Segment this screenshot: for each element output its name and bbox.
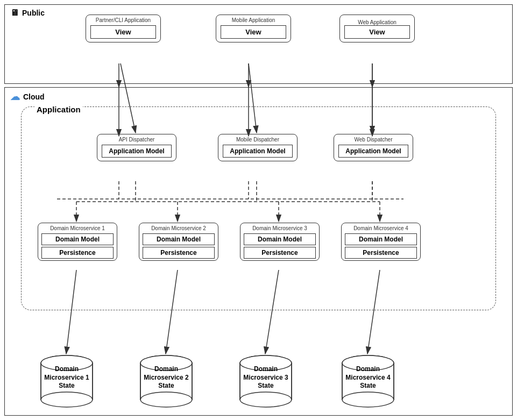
web-app-title2: Web Application	[340, 17, 414, 26]
mobile-app-box: Mobile Application View	[216, 15, 291, 42]
ms1-persistence: Persistence	[41, 247, 114, 259]
public-icon: 🖥	[10, 8, 19, 18]
cloud-zone-label: ☁ Cloud	[10, 91, 45, 103]
mobile-dispatcher-box: Mobile Dispatcher Application Model	[218, 134, 298, 161]
db1-cylinder: Domain Microservice 1 State	[37, 353, 96, 410]
mobile-app-title: Mobile Application	[216, 15, 291, 24]
svg-point-10	[140, 392, 192, 407]
web-dispatcher-model: Application Model	[338, 145, 408, 158]
public-label-text: Public	[22, 9, 45, 17]
public-zone: 🖥 Public Partner/CLI Application View Mo…	[4, 4, 513, 84]
ms2-title: Domain Microservice 2	[139, 223, 218, 232]
ms3-persistence: Persistence	[244, 247, 316, 259]
mobile-app-view: View	[221, 25, 286, 39]
svg-point-16	[240, 392, 292, 407]
diagram-container: 🖥 Public Partner/CLI Application View Mo…	[0, 0, 517, 420]
ms1-title: Domain Microservice 1	[38, 223, 117, 232]
api-dispatcher-box: API Dispatcher Application Model	[97, 134, 176, 161]
mobile-dispatcher-title: Mobile Dispatcher	[218, 134, 297, 144]
ms3-title: Domain Microservice 3	[240, 223, 319, 232]
ms3-domain: Domain Model	[244, 233, 316, 245]
ms4-persistence: Persistence	[345, 247, 417, 259]
mobile-dispatcher-model: Application Model	[223, 145, 293, 158]
ms4-domain: Domain Model	[345, 233, 417, 245]
db3-label: Domain Microservice 3 State	[236, 365, 295, 390]
svg-point-4	[41, 392, 93, 407]
partner-cli-view: View	[90, 25, 156, 39]
public-zone-label: 🖥 Public	[10, 8, 45, 18]
ms2-domain: Domain Model	[143, 233, 215, 245]
web-dispatcher-title: Web Dispatcher	[334, 134, 413, 144]
application-label: Application	[34, 105, 83, 114]
ms3-box: Domain Microservice 3 Domain Model Persi…	[240, 223, 320, 261]
ms4-title: Domain Microservice 4	[342, 223, 420, 232]
ms1-box: Domain Microservice 1 Domain Model Persi…	[38, 223, 117, 261]
cloud-zone: ☁ Cloud Application API Dispatcher Appli…	[4, 87, 513, 416]
db2-label: Domain Microservice 2 State	[137, 365, 196, 390]
partner-cli-title: Partner/CLI Application	[86, 15, 160, 24]
db4-label: Domain Microservice 4 State	[338, 365, 398, 390]
api-dispatcher-title: API Dispatcher	[97, 134, 176, 144]
db1-label: Domain Microservice 1 State	[37, 365, 96, 390]
api-dispatcher-model: Application Model	[102, 145, 172, 158]
application-zone: Application API Dispatcher Application M…	[21, 106, 496, 310]
db2-cylinder: Domain Microservice 2 State	[137, 353, 196, 410]
ms2-persistence: Persistence	[143, 247, 215, 259]
ms2-box: Domain Microservice 2 Domain Model Persi…	[139, 223, 218, 261]
ms4-box: Domain Microservice 4 Domain Model Persi…	[341, 223, 421, 261]
web-dispatcher-box: Web Dispatcher Application Model	[334, 134, 413, 161]
partner-cli-box: Partner/CLI Application View	[86, 15, 161, 42]
cloud-icon: ☁	[10, 91, 20, 103]
web-app-view: View	[344, 25, 410, 39]
db4-cylinder: Domain Microservice 4 State	[338, 353, 398, 410]
db3-cylinder: Domain Microservice 3 State	[236, 353, 295, 410]
cloud-label-text: Cloud	[23, 92, 45, 101]
ms1-domain: Domain Model	[41, 233, 114, 245]
web-app-box: Partner/CLI Application Web Application …	[339, 15, 415, 42]
svg-point-22	[342, 392, 394, 407]
